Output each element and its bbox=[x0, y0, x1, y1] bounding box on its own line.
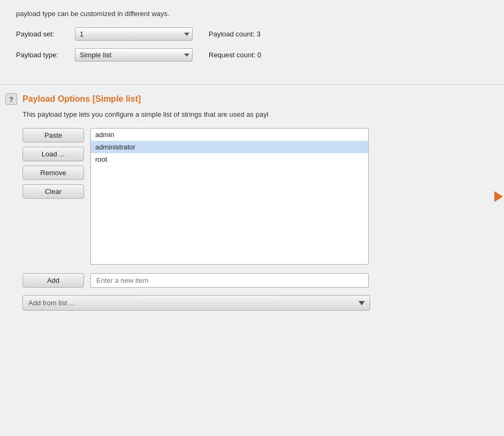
payload-list-area: Paste Load ... Remove Clear admin admini… bbox=[22, 128, 488, 265]
page-container: payload type can be customized in differ… bbox=[0, 0, 504, 321]
section-header-row: ? Payload Options [Simple list] bbox=[5, 93, 488, 105]
payload-listbox[interactable]: admin administrator root bbox=[90, 128, 369, 265]
payload-set-row: Payload set: 1 2 Payload count: 3 bbox=[16, 27, 488, 41]
payload-type-row: Payload type: Simple list Runtime file C… bbox=[16, 48, 488, 62]
paste-button[interactable]: Paste bbox=[22, 128, 84, 142]
add-from-list-row: Add from list ... Usernames Passwords Co… bbox=[22, 295, 488, 311]
section-description: This payload type lets you configure a s… bbox=[22, 110, 488, 118]
payload-type-label: Payload type: bbox=[16, 51, 75, 59]
load-button[interactable]: Load ... bbox=[22, 147, 84, 161]
request-count-text: Request count: 0 bbox=[209, 51, 261, 59]
payload-type-select[interactable]: Simple list Runtime file Custom iterator… bbox=[75, 48, 193, 62]
clear-button[interactable]: Clear bbox=[22, 184, 84, 199]
action-buttons-group: Paste Load ... Remove Clear bbox=[22, 128, 84, 199]
help-icon[interactable]: ? bbox=[5, 93, 17, 105]
top-section: payload type can be customized in differ… bbox=[0, 0, 504, 79]
payload-set-select[interactable]: 1 2 bbox=[75, 27, 193, 41]
add-item-input[interactable] bbox=[90, 273, 369, 288]
list-item[interactable]: admin bbox=[91, 129, 368, 141]
payload-set-label: Payload set: bbox=[16, 30, 75, 38]
list-item[interactable]: root bbox=[91, 153, 368, 166]
list-container: admin administrator root bbox=[90, 128, 488, 265]
section-title: Payload Options [Simple list] bbox=[22, 94, 141, 104]
payload-type-select-wrapper: Simple list Runtime file Custom iterator… bbox=[75, 48, 193, 62]
add-button[interactable]: Add bbox=[22, 273, 84, 288]
add-row: Add bbox=[22, 273, 488, 288]
top-note: payload type can be customized in differ… bbox=[16, 10, 488, 18]
section-divider bbox=[0, 84, 504, 85]
play-arrow-icon[interactable] bbox=[494, 191, 503, 202]
list-item[interactable]: administrator bbox=[91, 141, 368, 153]
payload-set-select-wrapper: 1 2 bbox=[75, 27, 193, 41]
payload-count-text: Payload count: 3 bbox=[209, 30, 261, 38]
add-from-list-select-wrapper: Add from list ... Usernames Passwords Co… bbox=[22, 295, 370, 311]
payload-options-section: ? Payload Options [Simple list] This pay… bbox=[0, 93, 504, 321]
add-from-list-select[interactable]: Add from list ... Usernames Passwords Co… bbox=[22, 295, 370, 311]
remove-button[interactable]: Remove bbox=[22, 166, 84, 180]
